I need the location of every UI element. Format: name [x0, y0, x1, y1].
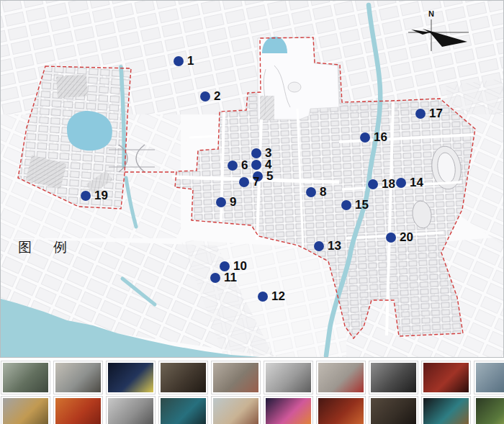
marker-dot — [210, 273, 220, 283]
map-marker-18[interactable]: 18 — [368, 179, 395, 189]
photo-row-1 — [0, 361, 504, 394]
marker-number: 19 — [94, 191, 108, 201]
city-map: N 图 例 1234567891011121314151617181920 — [0, 0, 504, 358]
marker-dot — [174, 56, 184, 66]
map-marker-17[interactable]: 17 — [415, 109, 443, 119]
marker-number: 6 — [241, 161, 248, 171]
marker-number: 11 — [224, 273, 237, 283]
marker-dot — [200, 91, 210, 102]
map-marker-4[interactable]: 4 — [251, 160, 271, 170]
map-marker-6[interactable]: 6 — [228, 161, 248, 171]
figure-root: N 图 例 1234567891011121314151617181920 — [0, 0, 504, 424]
map-marker-13[interactable]: 13 — [314, 241, 341, 251]
marker-number: 20 — [400, 233, 413, 243]
map-marker-14[interactable]: 14 — [396, 178, 423, 188]
marker-dot — [360, 132, 370, 143]
marker-number: 17 — [429, 109, 443, 119]
marker-number: 9 — [230, 197, 236, 207]
marker-dot — [314, 241, 324, 251]
marker-layer: 1234567891011121314151617181920 — [1, 1, 503, 357]
photo-night-puppet-show — [107, 361, 155, 394]
photo-bw-figure-exhibit — [369, 361, 418, 394]
marker-number: 14 — [410, 178, 423, 188]
marker-number: 13 — [328, 241, 341, 251]
photo-historic-interior — [212, 361, 260, 394]
marker-dot — [341, 200, 351, 210]
map-marker-11[interactable]: 11 — [210, 273, 237, 283]
map-marker-20[interactable]: 20 — [386, 233, 413, 243]
marker-number: 10 — [233, 261, 247, 271]
marker-dot — [415, 109, 426, 119]
marker-number: 18 — [382, 179, 395, 189]
map-marker-19[interactable]: 19 — [81, 191, 108, 201]
marker-number: 16 — [374, 132, 387, 143]
marker-number: 12 — [271, 292, 285, 302]
photo-hall-with-crowd — [159, 361, 207, 394]
map-marker-16[interactable]: 16 — [360, 132, 387, 143]
photo-arcade-facade — [317, 361, 365, 394]
map-marker-12[interactable]: 12 — [258, 292, 285, 302]
marker-dot — [81, 191, 91, 201]
photo-strip — [0, 361, 504, 424]
marker-dot — [228, 161, 238, 171]
photo-gallery-corridor — [474, 361, 504, 394]
map-marker-15[interactable]: 15 — [341, 200, 369, 210]
map-marker-2[interactable]: 2 — [200, 91, 220, 102]
map-marker-3[interactable]: 3 — [251, 148, 271, 158]
marker-number: 5 — [266, 171, 273, 181]
marker-dot — [386, 233, 396, 243]
marker-number: 7 — [253, 177, 259, 187]
photo-old-shop-entrance — [54, 361, 102, 394]
photo-courtyard-pool — [159, 397, 207, 424]
marker-dot — [216, 197, 226, 207]
marker-dot — [239, 177, 249, 187]
marker-number: 4 — [265, 160, 271, 170]
marker-dot — [251, 148, 261, 158]
photo-red-textiles — [54, 397, 102, 424]
photo-temple-gate — [212, 397, 260, 424]
photo-dark-exhibit — [369, 397, 418, 424]
marker-number: 2 — [214, 91, 220, 102]
marker-dot — [258, 292, 268, 302]
marker-number: 1 — [187, 56, 194, 66]
marker-dot — [396, 178, 406, 188]
marker-number: 8 — [320, 187, 326, 197]
marker-number: 3 — [265, 148, 271, 158]
map-marker-7[interactable]: 7 — [239, 177, 259, 187]
map-marker-10[interactable]: 10 — [220, 261, 247, 271]
marker-dot — [368, 179, 378, 189]
photo-festival-lanterns — [264, 397, 312, 424]
photo-lantern-interior — [317, 397, 365, 424]
photo-shophouse-street — [1, 361, 50, 394]
map-marker-1[interactable]: 1 — [174, 56, 194, 66]
photo-woven-artifact — [1, 397, 50, 424]
photo-stone-building — [264, 361, 312, 394]
photo-night-garden — [474, 397, 504, 424]
photo-row-2 — [0, 397, 504, 424]
map-marker-9[interactable]: 9 — [216, 197, 236, 207]
photo-red-shrine — [422, 361, 470, 394]
photo-arch-display — [422, 397, 470, 424]
map-marker-8[interactable]: 8 — [306, 187, 326, 197]
marker-dot — [306, 187, 316, 197]
marker-number: 15 — [355, 200, 369, 210]
photo-bw-theater-hall — [107, 397, 155, 424]
marker-dot — [220, 261, 230, 271]
marker-dot — [251, 160, 261, 170]
